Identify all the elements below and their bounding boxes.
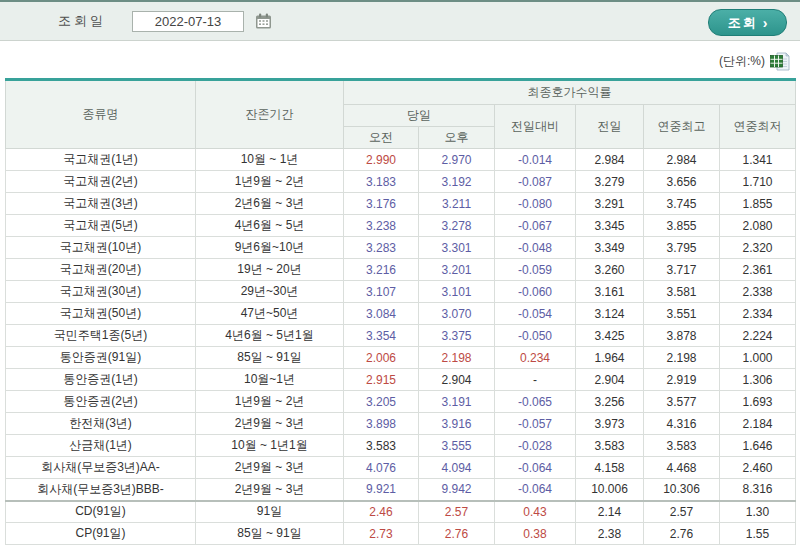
- table-row: CP(91일)85일 ~ 91일2.732.760.382.382.761.55: [6, 523, 796, 545]
- cell-prev: 3.161: [576, 281, 644, 303]
- cell-maturity: 2년9월 ~ 3년: [196, 413, 344, 435]
- table-row: 국고채권(3년)2년6월 ~ 3년3.1763.211-0.0803.2913.…: [6, 193, 796, 215]
- date-label: 조회일: [58, 12, 106, 30]
- cell-prev: 3.279: [576, 171, 644, 193]
- cell-pm: 3.278: [419, 215, 495, 237]
- search-button[interactable]: 조회 ›: [708, 9, 787, 36]
- cell-prev: 3.256: [576, 391, 644, 413]
- cell-pm: 3.555: [419, 435, 495, 457]
- cell-type: 국고채권(10년): [6, 237, 196, 259]
- cell-change: 0.234: [495, 347, 576, 369]
- table-row: 회사채(무보증3년)BBB-2년9월 ~ 3년9.9219.942-0.0641…: [6, 479, 796, 501]
- cell-year-low: 2.320: [720, 237, 796, 259]
- cell-year-high: 2.919: [644, 369, 720, 391]
- cell-year-high: 2.57: [644, 501, 720, 523]
- cell-year-low: 8.316: [720, 479, 796, 501]
- cell-prev: 3.583: [576, 435, 644, 457]
- cell-pm: 9.942: [419, 479, 495, 501]
- cell-prev: 10.006: [576, 479, 644, 501]
- cell-maturity: 47년~50년: [196, 303, 344, 325]
- cell-maturity: 2년9월 ~ 3년: [196, 479, 344, 501]
- cell-type: 국고채권(20년): [6, 259, 196, 281]
- chevron-right-icon: ›: [763, 15, 768, 31]
- cell-maturity: 85일 ~ 91일: [196, 347, 344, 369]
- search-button-label: 조회: [728, 14, 758, 32]
- cell-change: -0.057: [495, 413, 576, 435]
- table-row: 국고채권(5년)4년6월 ~ 5년3.2383.278-0.0673.3453.…: [6, 215, 796, 237]
- cell-pm: 3.101: [419, 281, 495, 303]
- cell-am: 3.084: [344, 303, 419, 325]
- table-row: 국고채권(20년)19년 ~ 20년3.2163.201-0.0593.2603…: [6, 259, 796, 281]
- table-row: 통안증권(91일)85일 ~ 91일2.0062.1980.2341.9642.…: [6, 347, 796, 369]
- cell-maturity: 85일 ~ 91일: [196, 523, 344, 545]
- table-row: 한전채(3년)2년9월 ~ 3년3.8983.916-0.0573.9734.3…: [6, 413, 796, 435]
- calendar-icon-button[interactable]: [254, 13, 272, 30]
- cell-am: 2.915: [344, 369, 419, 391]
- table-row: 통안증권(1년)10월~1년2.9152.904-2.9042.9191.306: [6, 369, 796, 391]
- cell-change: -0.080: [495, 193, 576, 215]
- col-header-prev: 전일: [576, 105, 644, 149]
- cell-am: 3.898: [344, 413, 419, 435]
- cell-type: 한전채(3년): [6, 413, 196, 435]
- cell-am: 2.46: [344, 501, 419, 523]
- col-header-pm: 오후: [419, 127, 495, 149]
- cell-maturity: 9년6월~10년: [196, 237, 344, 259]
- table-row: 국민주택1종(5년)4년6월 ~ 5년1월3.3543.375-0.0503.4…: [6, 325, 796, 347]
- cell-prev: 3.345: [576, 215, 644, 237]
- cell-year-high: 2.198: [644, 347, 720, 369]
- cell-change: -0.060: [495, 281, 576, 303]
- col-header-yield-group: 최종호가수익률: [344, 80, 796, 105]
- cell-pm: 2.904: [419, 369, 495, 391]
- cell-am: 3.354: [344, 325, 419, 347]
- cell-year-high: 3.717: [644, 259, 720, 281]
- cell-prev: 3.973: [576, 413, 644, 435]
- cell-year-low: 2.224: [720, 325, 796, 347]
- date-input[interactable]: [132, 11, 244, 32]
- cell-year-low: 1.341: [720, 149, 796, 171]
- cell-maturity: 10월~1년: [196, 369, 344, 391]
- cell-prev: 3.260: [576, 259, 644, 281]
- cell-year-high: 3.577: [644, 391, 720, 413]
- cell-year-low: 2.338: [720, 281, 796, 303]
- cell-year-low: 1.306: [720, 369, 796, 391]
- excel-export-button[interactable]: [770, 52, 790, 71]
- cell-change: -0.048: [495, 237, 576, 259]
- cell-prev: 2.14: [576, 501, 644, 523]
- cell-maturity: 29년~30년: [196, 281, 344, 303]
- cell-type: CD(91일): [6, 501, 196, 523]
- cell-am: 3.238: [344, 215, 419, 237]
- cell-year-high: 3.878: [644, 325, 720, 347]
- cell-year-low: 1.646: [720, 435, 796, 457]
- cell-pm: 3.211: [419, 193, 495, 215]
- col-header-maturity: 잔존기간: [196, 80, 344, 149]
- calendar-icon: [255, 13, 272, 29]
- cell-am: 3.176: [344, 193, 419, 215]
- table-row: 국고채권(30년)29년~30년3.1073.101-0.0603.1613.5…: [6, 281, 796, 303]
- cell-prev: 3.349: [576, 237, 644, 259]
- cell-change: -0.064: [495, 457, 576, 479]
- table-row: CD(91일)91일2.462.570.432.142.571.30: [6, 501, 796, 523]
- cell-year-low: 1.855: [720, 193, 796, 215]
- cell-year-low: 2.460: [720, 457, 796, 479]
- col-header-change: 전일대비: [495, 105, 576, 149]
- cell-pm: 2.198: [419, 347, 495, 369]
- table-row: 국고채권(50년)47년~50년3.0843.070-0.0543.1243.5…: [6, 303, 796, 325]
- cell-year-high: 3.583: [644, 435, 720, 457]
- cell-am: 3.583: [344, 435, 419, 457]
- cell-pm: 3.070: [419, 303, 495, 325]
- cell-year-high: 2.76: [644, 523, 720, 545]
- cell-year-low: 1.000: [720, 347, 796, 369]
- cell-maturity: 4년6월 ~ 5년: [196, 215, 344, 237]
- cell-maturity: 2년9월 ~ 3년: [196, 457, 344, 479]
- cell-maturity: 1년9월 ~ 2년: [196, 391, 344, 413]
- cell-year-low: 2.361: [720, 259, 796, 281]
- cell-change: -0.067: [495, 215, 576, 237]
- cell-maturity: 10월 ~ 1년: [196, 149, 344, 171]
- cell-year-low: 2.080: [720, 215, 796, 237]
- unit-label: (단위:%): [719, 53, 765, 70]
- col-header-year-high: 연중최고: [644, 105, 720, 149]
- cell-type: 국고채권(3년): [6, 193, 196, 215]
- cell-change: -0.064: [495, 479, 576, 501]
- yield-table-wrap: 종류명 잔존기간 최종호가수익률 당일 전일대비 전일 연중최고 연중최저 오전…: [5, 78, 795, 545]
- cell-am: 3.283: [344, 237, 419, 259]
